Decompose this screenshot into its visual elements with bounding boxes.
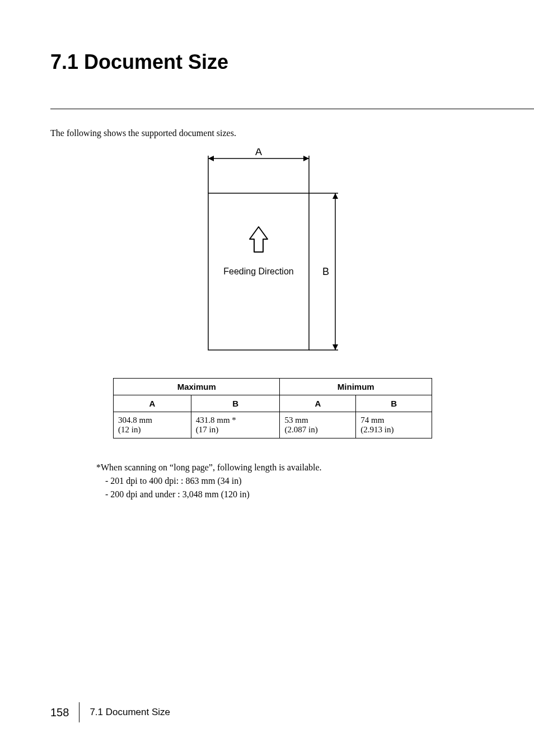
cell-value: (2.087 in) — [284, 425, 317, 434]
svg-marker-8 — [332, 344, 338, 350]
cell-value: (12 in) — [118, 425, 140, 434]
notes-block: *When scanning on “long page”, following… — [96, 461, 495, 501]
footer-page-number: 158 — [50, 706, 79, 719]
table-row: Maximum Minimum — [114, 379, 432, 395]
th-min-a: A — [280, 395, 356, 412]
svg-marker-2 — [303, 156, 309, 161]
note-lead: *When scanning on “long page”, following… — [96, 461, 495, 474]
diagram-svg: A Feeding Direction B — [189, 148, 357, 361]
cell-max-a: 304.8 mm (12 in) — [114, 412, 191, 438]
page-heading: 7.1 Document Size — [50, 50, 495, 74]
heading-underline — [50, 109, 534, 109]
cell-value: (2.913 in) — [360, 425, 394, 434]
cell-value: 74 mm — [360, 416, 384, 424]
footer-divider — [79, 702, 79, 722]
cell-value: (17 in) — [196, 425, 218, 434]
footer-title: 7.1 Document Size — [90, 707, 170, 718]
th-maximum: Maximum — [114, 379, 280, 395]
table-row: 304.8 mm (12 in) 431.8 mm * (17 in) 53 m… — [114, 412, 432, 438]
cell-value: 431.8 mm * — [196, 416, 236, 424]
svg-marker-1 — [208, 156, 214, 161]
document-size-diagram: A Feeding Direction B — [50, 148, 495, 361]
th-minimum: Minimum — [280, 379, 432, 395]
intro-text: The following shows the supported docume… — [50, 128, 495, 138]
diagram-label-b: B — [322, 266, 329, 277]
page-footer: 158 7.1 Document Size — [50, 702, 170, 722]
table-row: A B A B — [114, 395, 432, 412]
cell-max-b: 431.8 mm * (17 in) — [191, 412, 280, 438]
th-max-a: A — [114, 395, 191, 412]
spec-table: Maximum Minimum A B A B 304.8 mm (12 in)… — [113, 378, 432, 438]
note-line: - 201 dpi to 400 dpi: : 863 mm (34 in) — [105, 474, 495, 488]
cell-value: 304.8 mm — [118, 416, 152, 424]
th-min-b: B — [356, 395, 432, 412]
th-max-b: B — [191, 395, 280, 412]
diagram-feeding-direction: Feeding Direction — [223, 267, 293, 276]
cell-value: 53 mm — [284, 416, 308, 424]
cell-min-b: 74 mm (2.913 in) — [356, 412, 432, 438]
note-line: - 200 dpi and under : 3,048 mm (120 in) — [105, 488, 495, 501]
svg-marker-7 — [332, 193, 338, 199]
diagram-label-a: A — [255, 148, 262, 157]
cell-min-a: 53 mm (2.087 in) — [280, 412, 356, 438]
